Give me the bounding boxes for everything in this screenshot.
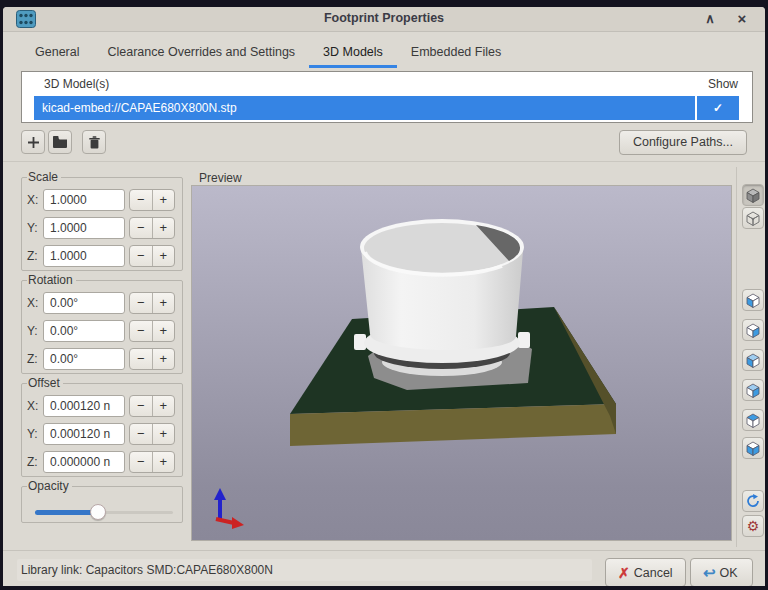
increment-button[interactable]: + [153, 246, 175, 266]
rotation-z-label: Z: [27, 352, 43, 366]
wireframe-cube-icon [745, 210, 761, 226]
decrement-button[interactable]: − [130, 424, 153, 444]
rotation-x-input[interactable]: 0.00° [43, 292, 125, 314]
slider-fill [35, 510, 98, 515]
offset-z-stepper: −+ [129, 451, 175, 473]
rotation-y-input[interactable]: 0.00° [43, 320, 125, 342]
opacity-group: Opacity [21, 479, 183, 523]
rotation-group: Rotation X: 0.00° −+ Y: 0.00° −+ Z: 0.00… [21, 273, 183, 374]
preview-3d-viewport[interactable] [191, 185, 732, 541]
scale-z-label: Z: [27, 249, 43, 263]
increment-button[interactable]: + [153, 190, 175, 210]
view-bottom-button[interactable] [742, 437, 764, 459]
offset-z-row: Z: 0.000000 n −+ [27, 450, 177, 474]
increment-button[interactable]: + [153, 321, 175, 341]
scale-group-title: Scale [27, 170, 61, 184]
add-model-button[interactable] [21, 130, 45, 154]
refresh-icon [745, 493, 761, 509]
gear-icon: ⚙ [747, 519, 760, 533]
scale-z-input[interactable]: 1.0000 [43, 245, 125, 267]
scale-x-label: X: [27, 193, 43, 207]
view-top-button[interactable] [742, 409, 764, 431]
tab-3d-models[interactable]: 3D Models [309, 40, 397, 68]
model-table-header: 3D Model(s) Show [22, 72, 752, 96]
decrement-button[interactable]: − [130, 293, 153, 313]
decrement-button[interactable]: − [130, 218, 153, 238]
decrement-button[interactable]: − [130, 246, 153, 266]
offset-x-stepper: −+ [129, 395, 175, 417]
tab-general[interactable]: General [21, 40, 93, 68]
column-header-model: 3D Model(s) [44, 77, 109, 91]
model-path-cell[interactable]: kicad-embed://CAPAE680X800N.stp [35, 96, 695, 120]
scale-y-row: Y: 1.0000 −+ [27, 216, 177, 240]
scale-x-input[interactable]: 1.0000 [43, 189, 125, 211]
scale-group: Scale X: 1.0000 −+ Y: 1.0000 −+ Z: 1.000… [21, 170, 183, 271]
decrement-button[interactable]: − [130, 321, 153, 341]
close-button[interactable]: × [731, 9, 753, 29]
rotation-z-input[interactable]: 0.00° [43, 348, 125, 370]
render-settings-button[interactable]: ⚙ [742, 515, 764, 537]
offset-y-input[interactable]: 0.000120 n [43, 423, 125, 445]
titlebar[interactable]: Footprint Properties ∧ × [3, 7, 765, 32]
increment-button[interactable]: + [153, 293, 175, 313]
cancel-button[interactable]: ✗ Cancel [605, 558, 686, 586]
row-end-gap [739, 96, 751, 120]
scale-y-label: Y: [27, 221, 43, 235]
configure-paths-button[interactable]: Configure Paths... [619, 130, 747, 155]
decrement-button[interactable]: − [130, 349, 153, 369]
orthographic-view-button[interactable] [742, 184, 764, 206]
rotation-group-title: Rotation [27, 273, 76, 287]
show-checkbox[interactable]: ✓ [697, 96, 739, 120]
rotation-z-stepper: −+ [129, 348, 175, 370]
rotation-x-stepper: −+ [129, 292, 175, 314]
footer-divider [3, 550, 765, 551]
cube-right-face-icon [745, 322, 761, 338]
solid-cube-icon [745, 187, 761, 203]
offset-x-input[interactable]: 0.000120 n [43, 395, 125, 417]
model-table: 3D Model(s) Show kicad-embed://CAPAE680X… [21, 71, 753, 123]
decrement-button[interactable]: − [130, 396, 153, 416]
scale-z-row: Z: 1.0000 −+ [27, 244, 177, 268]
cube-bottom-face-icon [745, 440, 761, 456]
offset-group: Offset X: 0.000120 n −+ Y: 0.000120 n −+… [21, 376, 183, 477]
offset-x-row: X: 0.000120 n −+ [27, 394, 177, 418]
increment-button[interactable]: + [153, 424, 175, 444]
view-left-button[interactable] [742, 289, 764, 311]
browse-model-button[interactable] [48, 130, 72, 154]
offset-z-label: Z: [27, 455, 43, 469]
rotation-z-row: Z: 0.00° −+ [27, 347, 177, 371]
increment-button[interactable]: + [153, 349, 175, 369]
view-front-button[interactable] [742, 349, 764, 371]
section-divider [3, 161, 765, 162]
increment-button[interactable]: + [153, 218, 175, 238]
view-back-button[interactable] [742, 379, 764, 401]
offset-z-input[interactable]: 0.000000 n [43, 451, 125, 473]
column-header-show: Show [708, 77, 738, 91]
cube-front-face-icon [745, 352, 761, 368]
increment-button[interactable]: + [153, 396, 175, 416]
slider-handle[interactable] [90, 504, 106, 520]
library-link-label: Library link: [21, 563, 82, 577]
tab-clearance-overrides[interactable]: Clearance Overrides and Settings [93, 40, 309, 68]
rotation-y-stepper: −+ [129, 320, 175, 342]
ok-button[interactable]: ↩ OK [690, 558, 753, 586]
tab-embedded-files[interactable]: Embedded Files [397, 40, 515, 68]
preview-label: Preview [199, 171, 242, 185]
decrement-button[interactable]: − [130, 190, 153, 210]
offset-group-title: Offset [27, 376, 63, 390]
shade-button[interactable]: ∧ [699, 9, 721, 29]
perspective-view-button[interactable] [742, 207, 764, 229]
cube-back-face-icon [745, 382, 761, 398]
scale-y-input[interactable]: 1.0000 [43, 217, 125, 239]
view-right-button[interactable] [742, 319, 764, 341]
cube-left-face-icon [745, 292, 761, 308]
delete-model-button[interactable] [82, 130, 106, 154]
rotation-y-label: Y: [27, 324, 43, 338]
table-row[interactable]: kicad-embed://CAPAE680X800N.stp ✓ [23, 96, 751, 120]
increment-button[interactable]: + [153, 452, 175, 472]
scale-y-stepper: −+ [129, 217, 175, 239]
decrement-button[interactable]: − [130, 452, 153, 472]
cube-top-face-icon [745, 412, 761, 428]
refresh-view-button[interactable] [742, 490, 764, 512]
opacity-slider[interactable] [35, 505, 173, 519]
